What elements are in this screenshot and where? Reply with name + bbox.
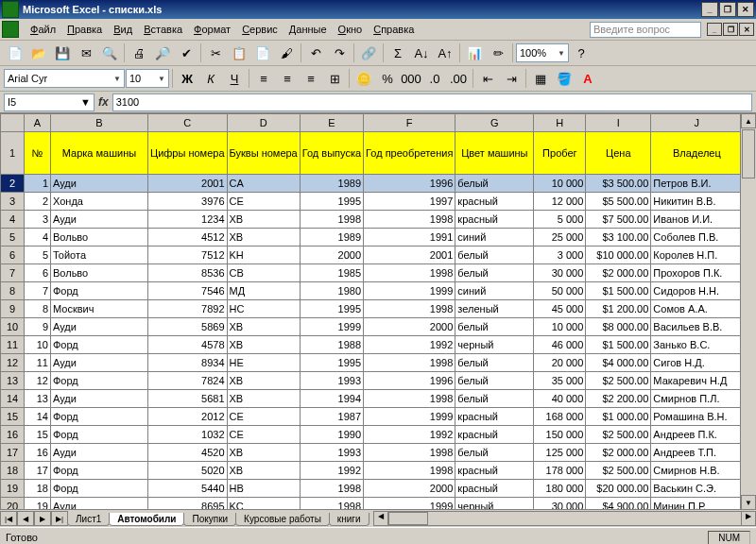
scroll-up-button[interactable]: ▲ (741, 113, 756, 128)
tab-next-button[interactable]: ▶ (34, 511, 51, 526)
cell[interactable]: 46 000 (534, 336, 586, 354)
cell[interactable]: 1989 (300, 175, 363, 193)
cell[interactable]: $10 000.00 (586, 246, 651, 264)
cell[interactable]: 1985 (300, 264, 363, 282)
cell[interactable]: 1 (25, 175, 51, 193)
cell[interactable]: 1987 (300, 408, 363, 426)
cell[interactable]: 1989 (300, 229, 363, 246)
cell[interactable]: белый (455, 444, 534, 462)
cell[interactable]: 1988 (300, 336, 363, 354)
cell[interactable]: 15 (25, 426, 51, 444)
cell[interactable]: 7546 (148, 282, 228, 300)
currency-button[interactable]: 🪙 (352, 67, 375, 90)
maximize-button[interactable]: ❐ (719, 2, 736, 17)
cell[interactable]: 1991 (364, 229, 455, 246)
row-header-1[interactable]: 1 (1, 132, 25, 175)
cell[interactable]: 1994 (300, 390, 363, 408)
cell[interactable]: 16 (25, 444, 51, 462)
cell[interactable]: CE (227, 408, 300, 426)
cell[interactable]: CE (227, 426, 300, 444)
cell[interactable]: Форд (51, 408, 148, 426)
doc-close-button[interactable]: ✕ (739, 23, 754, 36)
chart-button[interactable]: 📊 (463, 42, 486, 64)
cell[interactable]: 18 (25, 480, 51, 498)
cell[interactable]: HC (227, 300, 300, 318)
open-button[interactable]: 📂 (27, 42, 50, 64)
row-header-18[interactable]: 18 (1, 462, 25, 480)
tab-last-button[interactable]: ▶| (51, 511, 68, 526)
cell[interactable]: белый (455, 372, 534, 390)
header-cell[interactable]: Буквы номера (227, 132, 300, 175)
cell[interactable]: 45 000 (534, 300, 586, 318)
cell[interactable]: Васькин С.Э. (651, 480, 743, 498)
cell[interactable]: KH (227, 246, 300, 264)
cell[interactable]: XB (227, 390, 300, 408)
bold-button[interactable]: Ж (176, 67, 198, 90)
menu-Справка[interactable]: Справка (368, 22, 420, 37)
cell[interactable]: 180 000 (534, 480, 586, 498)
cell[interactable]: $3 100.00 (586, 229, 651, 246)
cell[interactable]: 1996 (364, 372, 455, 390)
row-header-9[interactable]: 9 (1, 300, 25, 318)
cell[interactable]: зеленый (455, 300, 534, 318)
menu-Сервис[interactable]: Сервис (236, 22, 284, 37)
cell[interactable]: 7 (25, 282, 51, 300)
cell[interactable]: Хонда (51, 193, 148, 211)
link-button[interactable]: 🔗 (357, 42, 380, 64)
cell[interactable]: белый (455, 264, 534, 282)
cell[interactable]: Ауди (51, 175, 148, 193)
cell[interactable]: 1998 (300, 211, 363, 229)
cell[interactable]: 1998 (364, 211, 455, 229)
row-header-4[interactable]: 4 (1, 211, 25, 229)
cell[interactable]: 13 (25, 390, 51, 408)
cell[interactable]: HB (227, 480, 300, 498)
cell[interactable]: CE (227, 193, 300, 211)
cell[interactable]: $20 000.00 (586, 480, 651, 498)
cell[interactable]: 168 000 (534, 408, 586, 426)
cell[interactable]: Смирнов Н.В. (651, 462, 743, 480)
cell[interactable]: Сомов А.А. (651, 300, 743, 318)
cell[interactable]: 10 000 (534, 175, 586, 193)
cell[interactable]: $5 500.00 (586, 193, 651, 211)
cell[interactable]: XB (227, 336, 300, 354)
menu-Файл[interactable]: Файл (25, 22, 61, 37)
row-header-17[interactable]: 17 (1, 444, 25, 462)
cell[interactable]: 1992 (364, 426, 455, 444)
cell[interactable]: XB (227, 229, 300, 246)
cell[interactable]: $3 500.00 (586, 175, 651, 193)
menu-Правка[interactable]: Правка (61, 22, 108, 37)
cell[interactable]: 4578 (148, 336, 228, 354)
row-header-16[interactable]: 16 (1, 426, 25, 444)
print-button[interactable]: 🖨 (128, 42, 150, 64)
header-cell[interactable]: Год выпуска (300, 132, 363, 175)
cell[interactable]: 1995 (300, 193, 363, 211)
cell[interactable]: 5440 (148, 480, 228, 498)
cell[interactable]: Форд (51, 462, 148, 480)
cell[interactable]: МД (227, 282, 300, 300)
cell[interactable]: 10 (25, 336, 51, 354)
cell[interactable]: Прохоров П.К. (651, 264, 743, 282)
col-header-D[interactable]: D (227, 114, 300, 132)
spreadsheet-grid[interactable]: ABCDEFGHIJ1№Марка машиныЦифры номераБукв… (0, 113, 756, 527)
cell[interactable]: 3 000 (534, 246, 586, 264)
row-header-2[interactable]: 2 (1, 175, 25, 193)
percent-button[interactable]: % (376, 67, 399, 90)
cell[interactable]: 8 (25, 300, 51, 318)
cell[interactable]: Ауди (51, 211, 148, 229)
cell[interactable]: 1999 (364, 282, 455, 300)
dec-indent-button[interactable]: ⇤ (476, 67, 499, 90)
spell-button[interactable]: ✔ (175, 42, 198, 64)
menu-Формат[interactable]: Формат (188, 22, 236, 37)
inc-decimal-button[interactable]: .0 (423, 67, 446, 90)
header-cell[interactable]: Год преобретения (364, 132, 455, 175)
row-header-15[interactable]: 15 (1, 408, 25, 426)
cell[interactable]: Ауди (51, 318, 148, 336)
name-box[interactable]: I5▼ (4, 94, 94, 111)
format-painter-button[interactable]: 🖌 (275, 42, 298, 64)
italic-button[interactable]: К (199, 67, 222, 90)
col-header-H[interactable]: H (534, 114, 586, 132)
cell[interactable]: 1998 (364, 390, 455, 408)
cell[interactable]: 5 000 (534, 211, 586, 229)
borders-button[interactable]: ▦ (529, 67, 552, 90)
cell[interactable]: XB (227, 444, 300, 462)
